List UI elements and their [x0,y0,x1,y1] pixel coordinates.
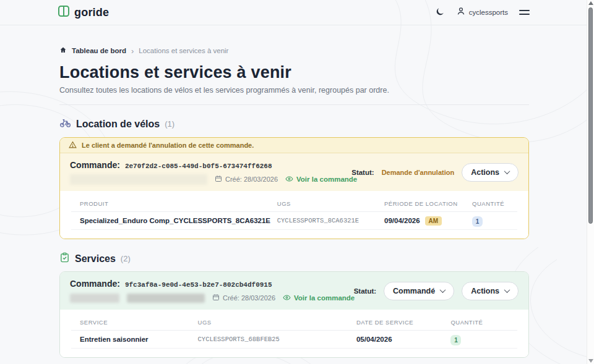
rental-order-header: Commande: 2e70f2d2-c085-449d-b0f5-673474… [60,153,528,191]
menu-button[interactable] [519,10,530,15]
period-badge: AM [425,216,442,226]
services-section: Services (2) Commande: 9fc3af8a-9e0d-4e5… [59,252,529,358]
product-name: Specialized_Enduro Comp_CYCLESSPORTS_8CA… [80,217,277,224]
col-service: SERVICE [80,319,198,326]
user-name: cyclessports [469,9,508,16]
col-periode: PÉRIODE DE LOCATION [384,200,472,207]
home-icon [59,46,67,55]
rental-items-table: PRODUIT UGS PÉRIODE DE LOCATION QUANTITÉ… [60,191,528,239]
warning-triangle-icon [69,141,77,150]
warning-text: Le client a demandé l'annulation de cett… [82,142,254,149]
theme-toggle-button[interactable] [435,7,445,19]
hamburger-icon [519,10,530,15]
brand-name: goride [74,6,109,19]
top-bar: goride cyclessports [0,0,594,25]
rentals-title: Location de vélos [76,119,160,130]
calendar-icon [212,294,220,302]
breadcrumb-home-link[interactable]: Tableau de bord [72,47,126,54]
user-icon [456,6,466,19]
eye-icon [285,175,293,184]
col-date-service: DATE DE SERVICE [356,319,450,326]
status-value: Demande d'annulation [382,169,455,176]
status-label: Statut: [354,287,376,295]
scroll-down-arrow-icon[interactable] [588,359,593,363]
moon-icon [435,7,445,19]
order-id: 9fc3af8a-9e0d-4e53-b2e7-802cb4df0915 [125,281,272,289]
rentals-section-header: Location de vélos (1) [59,117,529,131]
service-items-table: SERVICE UGS DATE DE SERVICE QUANTITÉ Ent… [60,310,528,357]
col-ugs: UGS [277,200,384,207]
section-divider [59,104,529,105]
rental-order-controls: Statut: Demande d'annulation Actions [351,163,519,182]
quantity-cell: 1 [472,215,509,227]
page-subtitle: Consultez toutes les locations de vélos … [59,86,529,95]
brand-logo[interactable]: goride [58,5,109,20]
app-viewport: goride cyclessports Tab [0,0,594,364]
view-order-link[interactable]: Voir la commande [285,175,357,184]
clipboard-check-icon [59,252,70,265]
created-date-text: Créé: 28/03/2026 [225,176,278,183]
rental-date: 09/04/2026 [384,217,420,224]
bicycle-icon [59,117,71,131]
topbar-actions: cyclessports [435,6,530,19]
quantity-cell: 1 [450,334,509,345]
product-sku: CYCLESSPORTS_8CA6321E [277,217,384,224]
status-select[interactable]: Commandé [384,282,454,300]
quantity-badge: 1 [472,216,483,227]
page-title: Locations et services à venir [59,63,529,82]
actions-button-label: Actions [471,287,499,295]
actions-button[interactable]: Actions [462,163,519,182]
eye-icon [283,294,291,303]
service-name: Entretien saisonnier [80,336,198,343]
col-quantite: QUANTITÉ [472,200,509,207]
services-title: Services [75,253,116,265]
actions-button[interactable]: Actions [462,282,519,300]
table-header-row: PRODUIT UGS PÉRIODE DE LOCATION QUANTITÉ [71,196,517,212]
order-label: Commande: [70,279,120,289]
rentals-count: (1) [165,119,174,129]
service-order-header: Commande: 9fc3af8a-9e0d-4e53-b2e7-802cb4… [60,272,528,310]
created-date: Créé: 28/03/2026 [212,294,275,302]
main-content: Tableau de bord › Locations et services … [0,25,594,358]
service-order-controls: Statut: Commandé Actions [354,282,519,300]
order-label: Commande: [70,160,120,170]
rental-order-card: Le client a demandé l'annulation de cett… [59,137,529,239]
redacted-customer-name [70,174,207,185]
table-header-row: SERVICE UGS DATE DE SERVICE QUANTITÉ [71,315,517,331]
chevron-down-icon [504,287,510,293]
status-label: Statut: [351,169,374,176]
chevron-down-icon [504,168,510,174]
quantity-badge: 1 [450,335,461,345]
redacted-customer-name [70,294,119,303]
chevron-down-icon [440,287,446,293]
services-count: (2) [121,254,131,263]
table-row: Entretien saisonnier CYCLESSPORTS_68BFEB… [71,331,517,349]
col-produit: PRODUIT [80,200,277,207]
view-order-link[interactable]: Voir la commande [283,294,355,303]
redacted-customer-email [127,294,205,303]
created-date-text: Créé: 28/03/2026 [223,294,275,302]
services-section-header: Services (2) [59,252,529,265]
user-menu[interactable]: cyclessports [456,6,508,19]
col-ugs: UGS [198,319,356,326]
scroll-up-arrow-icon[interactable] [588,1,593,5]
breadcrumb-current: Locations et services à venir [139,47,228,54]
breadcrumb: Tableau de bord › Locations et services … [59,46,529,55]
calendar-icon [215,175,222,184]
actions-button-label: Actions [471,168,499,177]
vertical-scrollbar[interactable] [587,0,594,364]
service-order-card: Commande: 9fc3af8a-9e0d-4e53-b2e7-802cb4… [59,271,529,358]
scrollbar-thumb[interactable] [588,7,593,224]
created-date: Créé: 28/03/2026 [215,175,278,184]
rental-period: 09/04/2026 AM [384,216,472,226]
view-order-text: Voir la commande [296,176,357,183]
service-date: 05/04/2026 [356,336,450,343]
table-row: Specialized_Enduro Comp_CYCLESSPORTS_8CA… [71,212,517,230]
col-quantite: QUANTITÉ [450,319,509,326]
rentals-section: Location de vélos (1) Le client a demand… [59,117,529,239]
service-sku: CYCLESSPORTS_68BFEB25 [198,336,356,343]
status-select-value: Commandé [393,287,435,295]
chevron-right-icon: › [131,47,134,55]
order-id: 2e70f2d2-c085-449d-b0f5-673474ff6268 [125,163,272,170]
cancellation-warning-banner: Le client a demandé l'annulation de cett… [60,138,528,153]
